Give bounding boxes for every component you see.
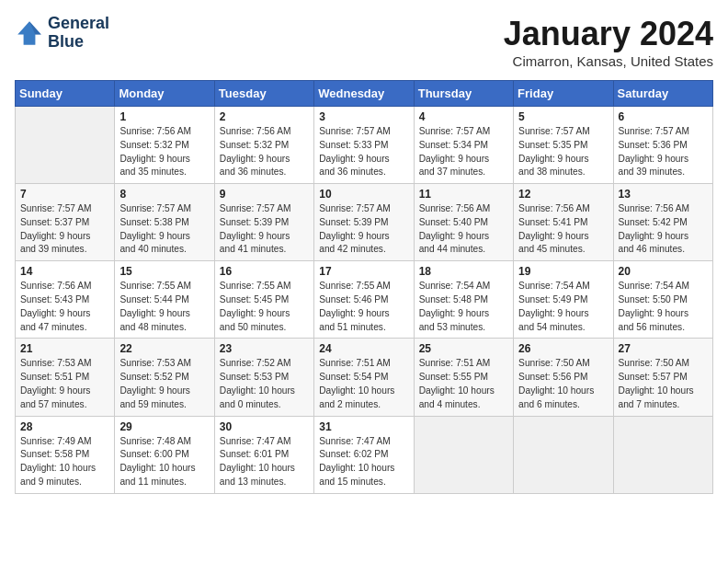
calendar-cell <box>613 416 712 493</box>
day-number: 12 <box>518 188 608 201</box>
day-info: Sunrise: 7:56 AMSunset: 5:41 PMDaylight:… <box>518 202 608 257</box>
calendar-cell: 15Sunrise: 7:55 AMSunset: 5:44 PMDayligh… <box>115 261 214 339</box>
day-number: 15 <box>119 265 209 278</box>
calendar-cell: 14Sunrise: 7:56 AMSunset: 5:43 PMDayligh… <box>16 261 115 339</box>
day-number: 1 <box>119 110 209 123</box>
day-number: 14 <box>20 265 109 278</box>
day-info: Sunrise: 7:55 AMSunset: 5:44 PMDaylight:… <box>119 280 209 334</box>
day-info: Sunrise: 7:53 AMSunset: 5:52 PMDaylight:… <box>119 357 209 411</box>
calendar-cell: 18Sunrise: 7:54 AMSunset: 5:48 PMDayligh… <box>414 261 513 339</box>
calendar-cell: 31Sunrise: 7:47 AMSunset: 6:02 PMDayligh… <box>314 416 414 493</box>
day-info: Sunrise: 7:57 AMSunset: 5:38 PMDaylight:… <box>119 202 209 257</box>
day-number: 29 <box>119 420 209 433</box>
day-info: Sunrise: 7:57 AMSunset: 5:35 PMDaylight:… <box>518 125 608 179</box>
calendar-cell: 28Sunrise: 7:49 AMSunset: 5:58 PMDayligh… <box>16 416 115 493</box>
day-number: 8 <box>119 188 209 201</box>
day-info: Sunrise: 7:57 AMSunset: 5:37 PMDaylight:… <box>20 202 109 257</box>
day-number: 21 <box>20 342 109 355</box>
title-block: January 2024 Cimarron, Kansas, United St… <box>504 15 713 69</box>
calendar-cell: 22Sunrise: 7:53 AMSunset: 5:52 PMDayligh… <box>115 339 214 416</box>
day-number: 3 <box>319 110 408 123</box>
day-info: Sunrise: 7:57 AMSunset: 5:34 PMDaylight:… <box>419 125 508 179</box>
day-info: Sunrise: 7:52 AMSunset: 5:53 PMDaylight:… <box>220 357 309 411</box>
calendar-cell: 13Sunrise: 7:56 AMSunset: 5:42 PMDayligh… <box>613 184 712 261</box>
calendar-cell: 29Sunrise: 7:48 AMSunset: 6:00 PMDayligh… <box>115 416 214 493</box>
calendar-cell: 10Sunrise: 7:57 AMSunset: 5:39 PMDayligh… <box>314 184 414 261</box>
day-number: 13 <box>619 188 708 201</box>
calendar-cell: 21Sunrise: 7:53 AMSunset: 5:51 PMDayligh… <box>16 339 115 416</box>
day-info: Sunrise: 7:56 AMSunset: 5:32 PMDaylight:… <box>119 125 209 179</box>
calendar-cell: 11Sunrise: 7:56 AMSunset: 5:40 PMDayligh… <box>414 184 513 261</box>
day-info: Sunrise: 7:47 AMSunset: 6:02 PMDaylight:… <box>319 435 408 489</box>
day-info: Sunrise: 7:51 AMSunset: 5:54 PMDaylight:… <box>319 357 408 411</box>
week-row-2: 7Sunrise: 7:57 AMSunset: 5:37 PMDaylight… <box>16 184 713 261</box>
day-info: Sunrise: 7:57 AMSunset: 5:36 PMDaylight:… <box>619 125 708 179</box>
calendar-cell: 30Sunrise: 7:47 AMSunset: 6:01 PMDayligh… <box>214 416 313 493</box>
day-number: 24 <box>319 342 408 355</box>
day-number: 25 <box>419 342 508 355</box>
day-number: 7 <box>20 188 109 201</box>
day-info: Sunrise: 7:56 AMSunset: 5:43 PMDaylight:… <box>20 280 109 334</box>
day-info: Sunrise: 7:47 AMSunset: 6:01 PMDaylight:… <box>220 435 309 489</box>
day-info: Sunrise: 7:49 AMSunset: 5:58 PMDaylight:… <box>20 435 109 489</box>
calendar-cell <box>514 416 613 493</box>
calendar-cell: 5Sunrise: 7:57 AMSunset: 5:35 PMDaylight… <box>514 107 613 184</box>
week-row-5: 28Sunrise: 7:49 AMSunset: 5:58 PMDayligh… <box>16 416 713 493</box>
day-info: Sunrise: 7:56 AMSunset: 5:32 PMDaylight:… <box>220 125 309 179</box>
day-number: 20 <box>619 265 708 278</box>
calendar-cell <box>16 107 115 184</box>
calendar-table: SundayMondayTuesdayWednesdayThursdayFrid… <box>15 80 713 494</box>
week-row-3: 14Sunrise: 7:56 AMSunset: 5:43 PMDayligh… <box>16 261 713 339</box>
day-number: 26 <box>518 342 608 355</box>
day-number: 23 <box>220 342 309 355</box>
day-number: 9 <box>220 188 309 201</box>
calendar-cell: 6Sunrise: 7:57 AMSunset: 5:36 PMDaylight… <box>613 107 712 184</box>
calendar-cell: 23Sunrise: 7:52 AMSunset: 5:53 PMDayligh… <box>214 339 313 416</box>
week-row-1: 1Sunrise: 7:56 AMSunset: 5:32 PMDaylight… <box>16 107 713 184</box>
calendar-cell: 12Sunrise: 7:56 AMSunset: 5:41 PMDayligh… <box>514 184 613 261</box>
calendar-cell: 20Sunrise: 7:54 AMSunset: 5:50 PMDayligh… <box>613 261 712 339</box>
day-info: Sunrise: 7:48 AMSunset: 6:00 PMDaylight:… <box>119 435 209 489</box>
month-title: January 2024 <box>504 15 713 53</box>
day-info: Sunrise: 7:50 AMSunset: 5:57 PMDaylight:… <box>619 357 708 411</box>
day-number: 16 <box>220 265 309 278</box>
day-number: 18 <box>419 265 508 278</box>
day-info: Sunrise: 7:51 AMSunset: 5:55 PMDaylight:… <box>419 357 508 411</box>
day-number: 19 <box>518 265 608 278</box>
day-info: Sunrise: 7:54 AMSunset: 5:49 PMDaylight:… <box>518 280 608 334</box>
calendar-cell: 7Sunrise: 7:57 AMSunset: 5:37 PMDaylight… <box>16 184 115 261</box>
day-number: 22 <box>119 342 209 355</box>
day-number: 31 <box>319 420 408 433</box>
calendar-cell: 8Sunrise: 7:57 AMSunset: 5:38 PMDaylight… <box>115 184 214 261</box>
day-number: 2 <box>220 110 309 123</box>
logo: General Blue <box>15 15 109 52</box>
calendar-cell: 19Sunrise: 7:54 AMSunset: 5:49 PMDayligh… <box>514 261 613 339</box>
page-header: General Blue January 2024 Cimarron, Kans… <box>15 15 713 69</box>
logo-icon <box>15 18 44 48</box>
calendar-cell: 4Sunrise: 7:57 AMSunset: 5:34 PMDaylight… <box>414 107 513 184</box>
day-number: 4 <box>419 110 508 123</box>
day-info: Sunrise: 7:53 AMSunset: 5:51 PMDaylight:… <box>20 357 109 411</box>
day-info: Sunrise: 7:57 AMSunset: 5:39 PMDaylight:… <box>220 202 309 257</box>
day-info: Sunrise: 7:56 AMSunset: 5:42 PMDaylight:… <box>619 202 708 257</box>
calendar-cell: 27Sunrise: 7:50 AMSunset: 5:57 PMDayligh… <box>613 339 712 416</box>
day-number: 17 <box>319 265 408 278</box>
calendar-cell: 2Sunrise: 7:56 AMSunset: 5:32 PMDaylight… <box>214 107 313 184</box>
header-day-saturday: Saturday <box>613 81 712 107</box>
day-number: 30 <box>220 420 309 433</box>
header-day-sunday: Sunday <box>16 81 115 107</box>
week-row-4: 21Sunrise: 7:53 AMSunset: 5:51 PMDayligh… <box>16 339 713 416</box>
header-day-tuesday: Tuesday <box>214 81 313 107</box>
day-number: 6 <box>619 110 708 123</box>
day-info: Sunrise: 7:50 AMSunset: 5:56 PMDaylight:… <box>518 357 608 411</box>
day-info: Sunrise: 7:54 AMSunset: 5:48 PMDaylight:… <box>419 280 508 334</box>
calendar-cell: 25Sunrise: 7:51 AMSunset: 5:55 PMDayligh… <box>414 339 513 416</box>
day-info: Sunrise: 7:54 AMSunset: 5:50 PMDaylight:… <box>619 280 708 334</box>
calendar-cell: 16Sunrise: 7:55 AMSunset: 5:45 PMDayligh… <box>214 261 313 339</box>
calendar-cell: 9Sunrise: 7:57 AMSunset: 5:39 PMDaylight… <box>214 184 313 261</box>
day-number: 27 <box>619 342 708 355</box>
day-info: Sunrise: 7:57 AMSunset: 5:39 PMDaylight:… <box>319 202 408 257</box>
day-info: Sunrise: 7:55 AMSunset: 5:45 PMDaylight:… <box>220 280 309 334</box>
day-info: Sunrise: 7:55 AMSunset: 5:46 PMDaylight:… <box>319 280 408 334</box>
header-day-wednesday: Wednesday <box>314 81 414 107</box>
